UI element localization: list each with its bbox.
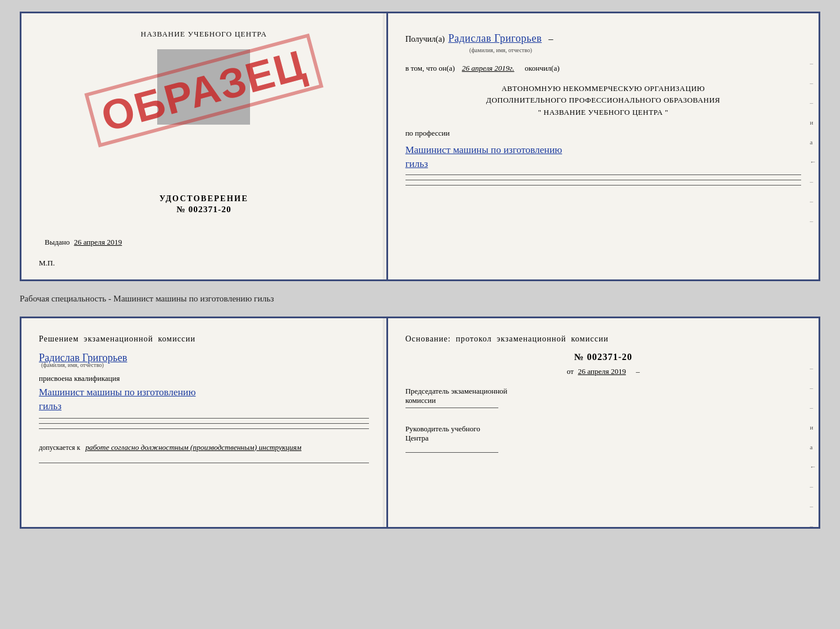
proto-date-value: 26 апреля 2019 [578, 367, 626, 376]
bottom-left-page: Решением экзаменационной комиссии Радисл… [21, 318, 388, 527]
poluchil-dash: – [548, 34, 553, 43]
side-marks-top-right: – – – и а ← – – – [810, 60, 816, 224]
udost-number: № 002371-20 [39, 205, 369, 214]
mp-line: М.П. [39, 259, 369, 268]
resheniye-block: Решением экзаменационной комиссии Радисл… [39, 335, 369, 463]
bottom-divider1 [39, 418, 369, 419]
side-mark: – [810, 503, 816, 510]
side-mark: а [810, 443, 816, 450]
proto-date-dash: – [636, 367, 640, 376]
side-mark: – [810, 365, 816, 372]
side-marks-bottom-right: – – – и а ← – – – [810, 365, 816, 529]
poluchil-name: Радислав Григорьев [448, 32, 542, 44]
rukovoditel-block: Руководитель учебного Центра [405, 424, 801, 453]
vtom-prefix: в том, что он(а) [405, 62, 455, 75]
side-mark: ← [810, 158, 816, 165]
proto-date-prefix: от [567, 367, 574, 376]
vydano-date: 26 апреля 2019 [74, 238, 122, 246]
side-mark: – [810, 483, 816, 490]
udostoverenie-block: УДОСТОВЕРЕНИЕ № 002371-20 [39, 194, 369, 214]
kvalif-line1: Машинист машины по изготовлению [39, 387, 195, 398]
top-left-page: НАЗВАНИЕ УЧЕБНОГО ЦЕНТРА УДОСТОВЕРЕНИЕ №… [21, 13, 388, 279]
bottom-person-name-block: Радислав Григорьев (фамилия, имя, отчест… [39, 352, 369, 368]
prof-name: Машинист машины по изготовлению гильз [405, 143, 801, 171]
predsedatel-signature [405, 408, 498, 408]
org-line2: ДОПОЛНИТЕЛЬНОГО ПРОФЕССИОНАЛЬНОГО ОБРАЗО… [405, 94, 801, 107]
vydano-prefix: Выдано [45, 238, 70, 246]
prof-line1: Машинист машины по изготовлению [405, 144, 562, 155]
predsedatel-line2: комиссии [405, 396, 801, 405]
resheniye-title: Решением экзаменационной комиссии [39, 335, 369, 344]
side-mark: – [810, 178, 816, 185]
dopusk-text: работе согласно должностным (производств… [85, 443, 301, 452]
side-mark: и [810, 424, 816, 431]
org-block: АВТОНОМНУЮ НЕКОММЕРЧЕСКУЮ ОРГАНИЗАЦИЮ ДО… [405, 83, 801, 119]
divider3 [405, 185, 801, 186]
org-center: НАЗВАНИЕ УЧЕБНОГО ЦЕНТРА [544, 108, 662, 117]
side-mark: – [810, 217, 816, 224]
side-mark: – [810, 384, 816, 391]
dopusk-prefix: допускается к [39, 443, 80, 452]
bottom-divider4 [39, 463, 369, 463]
predsedatel-block: Председатель экзаменационной комиссии [405, 387, 801, 408]
side-mark: ← [810, 463, 816, 470]
udost-label: УДОСТОВЕРЕНИЕ [39, 194, 369, 203]
side-mark: – [810, 198, 816, 205]
okonchill: окончил(а) [525, 62, 560, 75]
osnov-block: Основание: протокол экзаменационной коми… [405, 335, 801, 453]
org-quote2: " [665, 108, 668, 117]
poluchil-line: Получил(а) Радислав Григорьев – (фамилия… [405, 30, 801, 55]
poluchil-name-block: Радислав Григорьев – (фамилия, имя, отче… [448, 30, 553, 55]
divider2 [405, 180, 801, 180]
bottom-divider3 [39, 428, 369, 429]
org-line3: " НАЗВАНИЕ УЧЕБНОГО ЦЕНТРА " [405, 107, 801, 119]
side-mark: – [810, 404, 816, 411]
vydano-line: Выдано 26 апреля 2019 [39, 238, 369, 247]
right-content: Получил(а) Радислав Григорьев – (фамилия… [405, 30, 801, 186]
top-right-page: Получил(а) Радислав Григорьев – (фамилия… [388, 13, 819, 279]
separator-label: Рабочая специальность - Машинист машины … [20, 292, 820, 306]
proto-date: от 26 апреля 2019 – [405, 367, 801, 376]
vtom-line: в том, что он(а) 26 апреля 2019г. окончи… [405, 62, 801, 75]
po-professii: по профессии [405, 127, 801, 140]
dopuskaetsya-line: допускается к работе согласно должностны… [39, 443, 369, 452]
photo-placeholder [157, 49, 250, 125]
prisvoena-line: присвоена квалификация [39, 374, 369, 383]
side-mark: – [810, 79, 816, 86]
proto-number: № 002371-20 [405, 352, 801, 362]
rukovoditel-signature [405, 452, 498, 453]
rukovoditel-line1: Руководитель учебного [405, 424, 801, 434]
org-line1: АВТОНОМНУЮ НЕКОММЕРЧЕСКУЮ ОРГАНИЗАЦИЮ [405, 83, 801, 95]
org-quote1: " [538, 108, 542, 117]
vtom-date: 26 апреля 2019г. [462, 62, 514, 75]
prof-line2: гильз [405, 158, 428, 169]
bottom-divider2 [39, 423, 369, 424]
predsedatel-line1: Председатель экзаменационной [405, 387, 801, 396]
side-mark: – [810, 99, 816, 106]
fio-hint-bottom: (фамилия, имя, отчество) [41, 362, 369, 368]
top-left-title: НАЗВАНИЕ УЧЕБНОГО ЦЕНТРА [39, 30, 369, 39]
osnov-title: Основание: протокол экзаменационной коми… [405, 335, 801, 344]
divider1 [405, 174, 801, 175]
side-mark: – [810, 60, 816, 67]
bottom-right-page: Основание: протокол экзаменационной коми… [388, 318, 819, 527]
side-mark: а [810, 139, 816, 146]
kvalif-line2: гильз [39, 401, 61, 412]
bottom-certificate-pair: Решением экзаменационной комиссии Радисл… [20, 317, 820, 529]
poluchil-prefix: Получил(а) [405, 32, 445, 46]
top-certificate-pair: НАЗВАНИЕ УЧЕБНОГО ЦЕНТРА УДОСТОВЕРЕНИЕ №… [20, 12, 820, 281]
rukovoditel-line2: Центра [405, 434, 801, 443]
side-mark: – [810, 522, 816, 529]
side-mark: и [810, 119, 816, 126]
kvalif-name: Машинист машины по изготовлению гильз [39, 386, 369, 413]
fio-hint-top: (фамилия, имя, отчество) [448, 45, 553, 55]
